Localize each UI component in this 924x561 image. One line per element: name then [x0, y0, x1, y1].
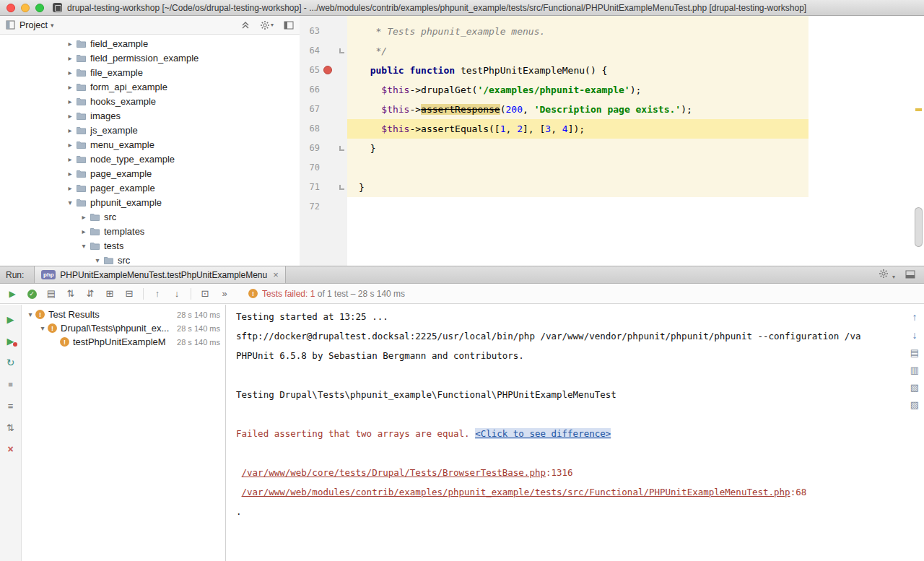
project-tree-item[interactable]: ▾tests	[0, 238, 300, 253]
chevron-right-icon[interactable]: ▸	[65, 112, 75, 120]
failed-test-gutter-icon[interactable]	[323, 66, 332, 74]
options-button[interactable]: ⇅	[5, 422, 17, 433]
project-tree-item[interactable]: ▸images	[0, 108, 300, 123]
collapse-all-icon[interactable]	[241, 21, 250, 30]
show-test-console-toggle[interactable]: ▤	[45, 289, 57, 298]
print-icon[interactable]: ▧	[910, 383, 919, 392]
chevron-right-icon[interactable]: ▸	[65, 141, 75, 149]
project-tree-item[interactable]: ▸form_api_example	[0, 79, 300, 94]
editor[interactable]: 63646566676869707172 * Tests phpunit_exa…	[300, 16, 924, 266]
close-run-panel-button[interactable]: ×	[5, 443, 17, 455]
project-tree-item[interactable]: ▸field_permission_example	[0, 51, 300, 65]
chevron-down-icon[interactable]: ▾	[25, 310, 35, 318]
test-run-status: ! Tests failed: 1 of 1 test – 28 s 140 m…	[248, 289, 405, 299]
navigate-up-icon[interactable]: ↑	[912, 312, 918, 322]
rerun-tests-button[interactable]: ▶	[6, 290, 18, 298]
fold-marker-icon[interactable]	[339, 48, 344, 53]
close-window-button[interactable]	[6, 4, 15, 12]
code-line[interactable]: $this->assertEquals([1, 2], [3, 4]);	[347, 119, 924, 139]
sort-alphabetically-toggle[interactable]: ⇅	[65, 289, 77, 298]
show-passed-toggle[interactable]: ✓	[26, 288, 38, 299]
project-tree-item[interactable]: ▾phpunit_example	[0, 195, 300, 209]
project-tree-item[interactable]: ▸pager_example	[0, 181, 300, 195]
code-area[interactable]: * Tests phpunit_example menus. */ public…	[347, 16, 924, 266]
code-line[interactable]	[347, 197, 924, 217]
zoom-window-button[interactable]	[35, 4, 44, 12]
chevron-right-icon[interactable]: ▸	[65, 155, 75, 163]
project-tree-item[interactable]: ▸page_example	[0, 166, 300, 181]
soft-wrap-icon[interactable]: ▤	[910, 348, 919, 357]
toggle-auto-test-button[interactable]: ↻	[5, 357, 17, 368]
chevron-right-icon[interactable]: ▸	[65, 69, 75, 77]
minimize-window-button[interactable]	[21, 4, 30, 12]
hide-panel-icon[interactable]	[284, 21, 294, 30]
test-tree-item[interactable]: ▾!Drupal\Tests\phpunit_ex...28 s 140 ms	[22, 321, 225, 335]
tree-item-label: form_api_example	[90, 82, 167, 92]
chevron-down-icon[interactable]: ▾	[38, 324, 48, 332]
project-tree-item[interactable]: ▸templates	[0, 224, 300, 238]
console[interactable]: Testing started at 13:25 ...sftp://docke…	[227, 305, 905, 561]
editor-scrollbar[interactable]	[915, 207, 923, 247]
rerun-failed-tests-button[interactable]: ▶	[5, 335, 17, 347]
test-tree-item[interactable]: !testPhpUnitExampleM28 s 140 ms	[22, 335, 225, 349]
diff-link[interactable]: <Click to see difference>	[475, 428, 611, 439]
project-tree-item[interactable]: ▾src	[0, 253, 300, 266]
warning-stripe-mark[interactable]	[915, 108, 922, 111]
code-line[interactable]: }	[347, 139, 924, 158]
chevron-right-icon[interactable]: ▸	[65, 126, 75, 134]
collapse-all-button[interactable]: ⊟	[123, 289, 135, 298]
code-line[interactable]: $this->assertResponse(200, 'Description …	[347, 100, 924, 119]
close-tab-icon[interactable]: ×	[273, 270, 279, 279]
project-tree-item[interactable]: ▸field_example	[0, 36, 300, 51]
gear-icon[interactable]: ▾	[260, 20, 274, 30]
chevron-right-icon[interactable]: ▸	[65, 54, 75, 62]
fold-marker-icon[interactable]	[339, 185, 344, 190]
tree-item-label: pager_example	[90, 183, 155, 193]
file-link[interactable]: /var/www/web/core/tests/Drupal/Tests/Bro…	[242, 467, 546, 478]
import-test-results-button[interactable]: ⊡	[199, 289, 211, 298]
code-line[interactable]	[347, 158, 924, 178]
stop-button[interactable]: ■	[5, 378, 17, 390]
chevron-down-icon[interactable]: ▾	[92, 256, 103, 264]
hide-toolwindow-icon[interactable]	[905, 269, 915, 282]
fold-marker-icon[interactable]	[339, 146, 344, 151]
chevron-right-icon[interactable]: ▸	[65, 40, 75, 48]
run-tab[interactable]: php PHPUnitExampleMenuTest.testPhpUnitEx…	[34, 266, 285, 283]
chevron-down-icon[interactable]: ▾	[79, 242, 89, 250]
clear-console-icon[interactable]: ▨	[910, 400, 919, 409]
project-tree-item[interactable]: ▸hooks_example	[0, 94, 300, 108]
code-line[interactable]: */	[347, 41, 924, 61]
project-panel-title[interactable]: Project	[19, 20, 48, 30]
chevron-down-icon[interactable]: ▾	[65, 199, 75, 206]
code-line[interactable]: $this->drupalGet('/examples/phpunit-exam…	[347, 80, 924, 100]
chevron-right-icon[interactable]: ▸	[79, 213, 89, 221]
chevron-right-icon[interactable]: ▸	[65, 97, 75, 105]
code-line[interactable]: }	[347, 178, 924, 197]
chevron-double-right-icon[interactable]: »	[219, 289, 230, 298]
next-failed-test-button[interactable]: ↓	[171, 289, 183, 298]
project-tree-item[interactable]: ▸src	[0, 209, 300, 224]
run-panel-label: Run:	[6, 270, 24, 280]
test-history-button[interactable]: ≡	[5, 400, 17, 412]
code-line[interactable]: * Tests phpunit_example menus.	[347, 22, 924, 41]
rerun-button[interactable]: ▶	[5, 313, 17, 325]
chevron-right-icon[interactable]: ▸	[65, 83, 75, 91]
project-tool-icon	[6, 20, 15, 30]
project-tree-item[interactable]: ▸menu_example	[0, 137, 300, 152]
project-tree-item[interactable]: ▸file_example	[0, 65, 300, 79]
previous-failed-test-button[interactable]: ↑	[152, 289, 163, 298]
chevron-right-icon[interactable]: ▸	[65, 184, 75, 192]
file-link[interactable]: /var/www/web/modules/contrib/examples/ph…	[242, 487, 790, 497]
chevron-right-icon[interactable]: ▸	[79, 227, 89, 235]
code-line[interactable]: public function testPhpUnitExampleMenu()…	[347, 61, 924, 80]
expand-all-button[interactable]: ⊞	[104, 289, 116, 298]
navigate-down-icon[interactable]: ↓	[912, 330, 918, 340]
project-panel-header: Project ▾ ▾	[0, 16, 300, 35]
sort-by-duration-toggle[interactable]: ⇵	[84, 289, 96, 298]
project-tree-item[interactable]: ▸node_type_example	[0, 152, 300, 166]
export-results-icon[interactable]: ▥	[910, 365, 919, 375]
test-tree-item[interactable]: ▾!Test Results28 s 140 ms	[22, 308, 225, 321]
project-tree-item[interactable]: ▸js_example	[0, 123, 300, 137]
gear-icon[interactable]: ▾	[879, 269, 895, 282]
chevron-right-icon[interactable]: ▸	[65, 170, 75, 178]
